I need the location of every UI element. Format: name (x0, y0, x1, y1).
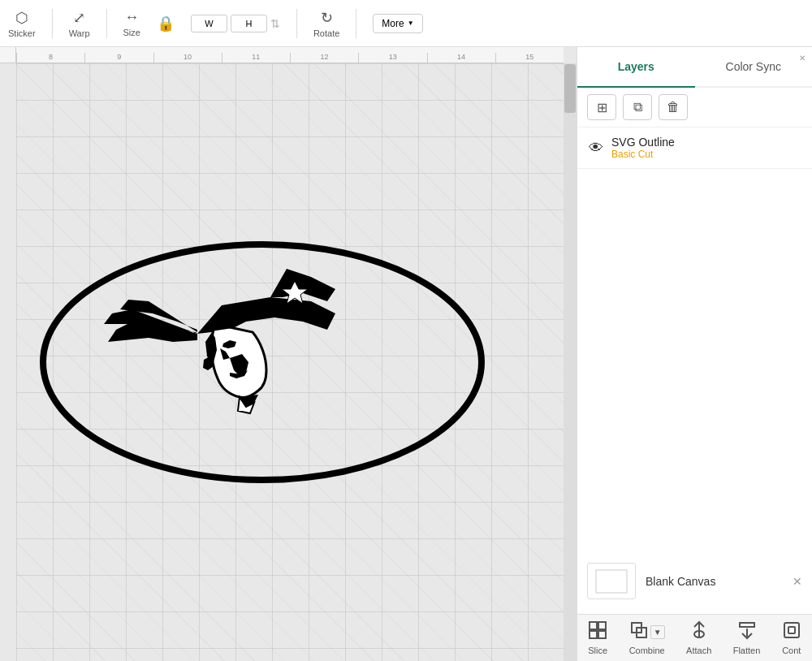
sticker-tool[interactable]: ⬡ Sticker (8, 9, 36, 38)
rotate-tool[interactable]: ↻ Rotate (313, 9, 339, 38)
slice-label: Slice (588, 646, 607, 655)
contour-label: Cont (782, 646, 801, 655)
panel-tabs: Layers Color Sync ✕ (577, 47, 812, 88)
ruler-mark-15: 15 (495, 53, 564, 63)
duplicate-layer-button[interactable]: ⧉ (623, 94, 652, 120)
contour-icon (782, 620, 801, 644)
ruler-mark-14: 14 (427, 53, 495, 63)
svg-rect-3 (590, 622, 597, 629)
add-layer-button[interactable]: ⊞ (587, 94, 616, 120)
separator-3 (296, 9, 297, 38)
combine-button[interactable]: ▼ Combine (621, 617, 673, 659)
bottom-toolbar: Slice ▼ Combine (577, 614, 812, 661)
tab-color-sync-close[interactable]: ✕ (799, 54, 806, 63)
more-button[interactable]: More (373, 14, 422, 33)
svg-rect-6 (598, 631, 606, 638)
main-area: 8 9 10 11 12 13 14 15 (0, 47, 812, 661)
rotate-icon: ↻ (321, 9, 333, 27)
separator-2 (106, 9, 107, 38)
ruler-top: 8 9 10 11 12 13 14 15 (0, 47, 564, 63)
blank-canvas-thumbnail (587, 563, 636, 599)
scrollbar-vertical[interactable] (564, 63, 577, 661)
size-tool[interactable]: ↔ Size (123, 9, 140, 37)
wh-input: ⇅ (191, 15, 280, 32)
blank-canvas-close[interactable]: ✕ (793, 575, 802, 588)
attach-button[interactable]: Attach (678, 617, 719, 659)
grid-canvas[interactable] (16, 63, 564, 661)
svg-rect-2 (596, 570, 627, 593)
blank-canvas-section: Blank Canvas ✕ (577, 169, 812, 614)
rotate-label: Rotate (313, 28, 339, 38)
sticker-label: Sticker (8, 28, 36, 38)
combine-dropdown-arrow[interactable]: ▼ (650, 625, 665, 639)
height-input[interactable] (231, 15, 267, 32)
layer-visibility-icon[interactable]: 👁 (589, 140, 603, 157)
lock-icon: 🔒 (157, 15, 175, 32)
separator-4 (356, 9, 356, 38)
layer-info: SVG Outline Basic Cut (611, 136, 801, 160)
attach-label: Attach (686, 646, 711, 655)
delete-icon: 🗑 (667, 100, 680, 114)
ruler-mark-13: 13 (358, 53, 426, 63)
sticker-icon: ⬡ (15, 9, 28, 27)
canvas-area[interactable]: 8 9 10 11 12 13 14 15 (0, 47, 577, 661)
duplicate-icon: ⧉ (633, 100, 642, 114)
flatten-button[interactable]: Flatten (725, 617, 769, 659)
tab-layers[interactable]: Layers (577, 47, 695, 86)
warp-label: Warp (69, 28, 90, 38)
combine-label: Combine (629, 646, 665, 655)
warp-tool[interactable]: ⤢ Warp (69, 9, 90, 38)
svg-rect-10 (740, 623, 754, 627)
scrollbar-thumb[interactable] (564, 64, 576, 113)
attach-icon (689, 620, 709, 644)
ruler-mark-8: 8 (16, 53, 84, 63)
svg-rect-5 (590, 631, 597, 638)
blank-canvas-item[interactable]: Blank Canvas ✕ (587, 558, 802, 604)
layer-sub: Basic Cut (611, 149, 801, 160)
slice-button[interactable]: Slice (580, 617, 615, 659)
add-layer-icon: ⊞ (597, 100, 607, 115)
top-toolbar: ⬡ Sticker ⤢ Warp ↔ Size 🔒 ⇅ ↻ Rotate Mor… (0, 0, 812, 47)
delete-layer-button[interactable]: 🗑 (659, 94, 688, 120)
layer-name: SVG Outline (611, 136, 801, 149)
size-arrows: ⇅ (270, 17, 280, 30)
right-panel: Layers Color Sync ✕ ⊞ ⧉ 🗑 👁 SVG Outline (577, 47, 812, 661)
tab-color-sync[interactable]: Color Sync ✕ (695, 47, 813, 86)
svg-rect-12 (788, 627, 795, 633)
ruler-mark-10: 10 (153, 53, 222, 63)
slice-icon (588, 620, 607, 644)
size-icon: ↔ (124, 9, 139, 26)
flatten-label: Flatten (733, 646, 761, 655)
ruler-marks: 8 9 10 11 12 13 14 15 (16, 53, 564, 63)
separator-1 (52, 9, 53, 38)
blank-canvas-label: Blank Canvas (646, 575, 715, 588)
ruler-corner (0, 47, 16, 63)
contour-button[interactable]: Cont (774, 617, 810, 659)
svg-rect-4 (598, 622, 606, 629)
warp-icon: ⤢ (73, 9, 85, 27)
size-label: Size (123, 28, 140, 37)
svg-artwork[interactable] (35, 236, 490, 488)
panel-actions: ⊞ ⧉ 🗑 (577, 88, 812, 127)
flatten-icon (737, 620, 757, 644)
layer-item[interactable]: 👁 SVG Outline Basic Cut (577, 127, 812, 169)
width-input[interactable] (191, 15, 227, 32)
combine-icon (629, 620, 649, 644)
ruler-mark-11: 11 (222, 53, 290, 63)
ruler-mark-12: 12 (290, 53, 358, 63)
ruler-mark-9: 9 (84, 53, 153, 63)
